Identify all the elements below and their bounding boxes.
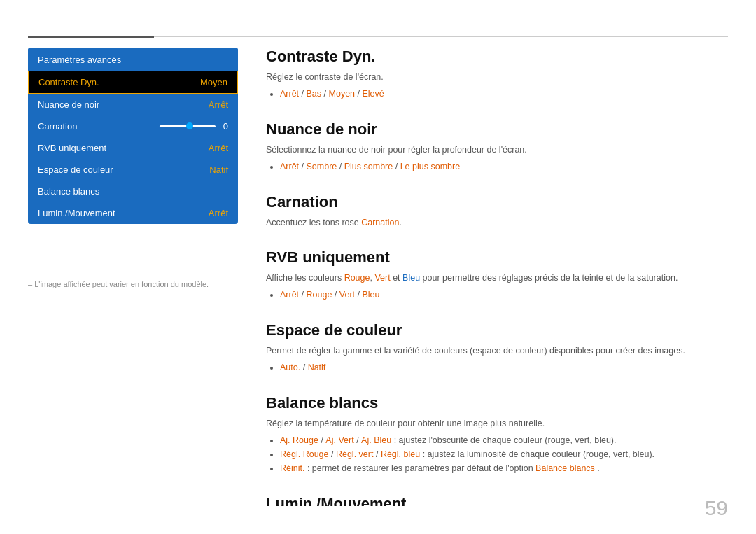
carnation-highlight: Carnation <box>361 218 399 227</box>
sidebar-label-nuance-noir: Nuance de noir <box>38 99 99 110</box>
option-aj-rouge: Aj. Rouge <box>280 435 318 445</box>
sidebar-label-contraste-dyn: Contraste Dyn. <box>38 77 99 87</box>
section-options-rvb: Arrêt / Rouge / Vert / Bleu <box>276 288 728 302</box>
section-title-espace-couleur: Espace de couleur <box>266 321 728 339</box>
option-arret: Arrêt <box>280 162 299 171</box>
sidebar-label-lumin: Lumin./Mouvement <box>38 208 115 218</box>
section-options-contraste-dyn: Arrêt / Bas / Moyen / Elevé <box>276 87 728 101</box>
option-auto: Auto. <box>280 363 300 372</box>
sep: / <box>302 89 307 99</box>
sep: / <box>335 290 340 300</box>
sidebar-value-contraste-dyn: Moyen <box>200 77 227 87</box>
section-options-balance-blancs: Aj. Rouge / Aj. Vert / Aj. Bleu : ajuste… <box>276 433 728 475</box>
page-number: 59 <box>705 496 728 520</box>
section-desc-nuance-noir: Sélectionnez la nuance de noir pour régl… <box>266 143 728 157</box>
sidebar-value-lumin: Arrêt <box>209 208 228 218</box>
section-desc-contraste-dyn: Réglez le contraste de l'écran. <box>266 71 728 84</box>
section-options-espace-couleur: Auto. / Natif <box>276 360 728 374</box>
slider-value: 0 <box>221 121 228 132</box>
option-regl-vert: Régl. vert <box>336 449 374 459</box>
bleu-highlight: Bleu <box>402 273 420 283</box>
option-item: Arrêt / Rouge / Vert / Bleu <box>280 288 728 302</box>
section-title-balance-blancs: Balance blancs <box>266 394 728 412</box>
option-plus-sombre: Plus sombre <box>344 162 393 171</box>
section-desc-rvb: Affiche les couleurs Rouge, Vert et Bleu… <box>266 272 728 285</box>
section-contraste-dyn: Contraste Dyn. Réglez le contraste de l'… <box>266 48 728 101</box>
option-item: Arrêt / Bas / Moyen / Elevé <box>280 87 728 101</box>
footnote: – L'image affichée peut varier en foncti… <box>28 280 209 288</box>
sidebar-label-carnation: Carnation <box>38 121 77 132</box>
option-bas: Bas <box>307 89 322 99</box>
option-item-reinit: Réinit. : permet de restaurer les paramè… <box>280 461 728 475</box>
section-desc-balance-blancs: Réglez la température de couleur pour ob… <box>266 417 728 430</box>
section-lumin: Lumin./Mouvement Réduisez votre consomma… <box>266 495 728 507</box>
option-aj-bleu: Aj. Bleu <box>361 435 391 445</box>
option-regl-desc: : ajustez la luminosité de chaque couleu… <box>423 449 654 459</box>
sidebar-item-rvb[interactable]: RVB uniquement Arrêt <box>28 137 238 159</box>
sep: / <box>302 162 307 171</box>
slider-track[interactable] <box>160 125 216 127</box>
sidebar-value-rvb: Arrêt <box>209 143 228 153</box>
sidebar-item-carnation[interactable]: Carnation 0 <box>28 115 238 137</box>
section-espace-couleur: Espace de couleur Permet de régler la ga… <box>266 321 728 374</box>
sep: / <box>324 89 329 99</box>
option-item: Arrêt / Sombre / Plus sombre / Le plus s… <box>280 160 728 174</box>
section-title-nuance-noir: Nuance de noir <box>266 120 728 139</box>
sep: / <box>376 449 381 459</box>
option-arret: Arrêt <box>280 89 299 99</box>
option-vert: Vert <box>340 290 355 300</box>
sidebar-item-balance-blancs[interactable]: Balance blancs <box>28 181 238 202</box>
option-regl-bleu: Régl. bleu <box>381 449 420 459</box>
section-title-lumin: Lumin./Mouvement <box>266 495 728 507</box>
section-options-nuance-noir: Arrêt / Sombre / Plus sombre / Le plus s… <box>276 160 728 174</box>
sep: . <box>597 463 599 473</box>
option-aj-vert: Aj. Vert <box>326 435 354 445</box>
sidebar-value-espace-couleur: Natif <box>209 164 228 175</box>
section-title-rvb: RVB uniquement <box>266 248 728 267</box>
option-natif: Natif <box>308 363 326 372</box>
section-title-carnation: Carnation <box>266 193 728 211</box>
option-sombre: Sombre <box>307 162 337 171</box>
sep: / <box>331 449 336 459</box>
sidebar-label-espace-couleur: Espace de couleur <box>38 164 113 175</box>
rouge-highlight: Rouge <box>344 273 370 283</box>
sep: / <box>358 290 363 300</box>
sidebar-label-balance-blancs: Balance blancs <box>38 186 99 197</box>
sidebar-item-espace-couleur[interactable]: Espace de couleur Natif <box>28 159 238 181</box>
section-desc-espace-couleur: Permet de régler la gamme et la variété … <box>266 344 728 358</box>
option-bleu: Bleu <box>363 290 380 300</box>
section-balance-blancs: Balance blancs Réglez la température de … <box>266 394 728 475</box>
section-nuance-noir: Nuance de noir Sélectionnez la nuance de… <box>266 120 728 174</box>
sidebar-label-rvb: RVB uniquement <box>38 143 106 153</box>
sidebar-item-contraste-dyn[interactable]: Contraste Dyn. Moyen <box>28 71 238 94</box>
sep: / <box>340 162 344 171</box>
sidebar-item-nuance-noir[interactable]: Nuance de noir Arrêt <box>28 94 238 115</box>
sidebar-item-lumin[interactable]: Lumin./Mouvement Arrêt <box>28 202 238 224</box>
option-regl-rouge: Régl. Rouge <box>280 449 329 459</box>
sep: / <box>302 290 307 300</box>
section-title-contraste-dyn: Contraste Dyn. <box>266 48 728 66</box>
option-arret: Arrêt <box>280 290 299 300</box>
section-rvb: RVB uniquement Affiche les couleurs Roug… <box>266 248 728 302</box>
option-aj-desc: : ajustez l'obscurité de chaque couleur … <box>394 435 617 445</box>
sidebar-value-nuance-noir: Arrêt <box>209 99 228 110</box>
slider-thumb <box>186 122 193 129</box>
option-eleve: Elevé <box>362 89 384 99</box>
option-rouge: Rouge <box>307 290 332 300</box>
vert-highlight: Vert <box>374 273 390 283</box>
option-item-aj: Aj. Rouge / Aj. Vert / Aj. Bleu : ajuste… <box>280 433 728 447</box>
option-reinit-desc: : permet de restaurer les paramètres par… <box>307 463 536 473</box>
option-balance-blancs-ref: Balance blancs <box>536 463 595 473</box>
option-reinit: Réinit. <box>280 463 304 473</box>
option-moyen: Moyen <box>329 89 356 99</box>
option-item: Auto. / Natif <box>280 360 728 374</box>
top-accent-line <box>28 36 154 38</box>
carnation-slider-container: 0 <box>160 121 228 132</box>
option-item-regl: Régl. Rouge / Régl. vert / Régl. bleu : … <box>280 447 728 461</box>
sidebar-panel: Paramètres avancés Contraste Dyn. Moyen … <box>28 48 238 224</box>
sep: / <box>396 162 400 171</box>
main-content: Contraste Dyn. Réglez le contraste de l'… <box>266 48 728 506</box>
section-desc-carnation: Accentuez les tons rose Carnation. <box>266 216 728 230</box>
section-carnation: Carnation Accentuez les tons rose Carnat… <box>266 193 728 230</box>
sidebar-title: Paramètres avancés <box>28 48 238 71</box>
